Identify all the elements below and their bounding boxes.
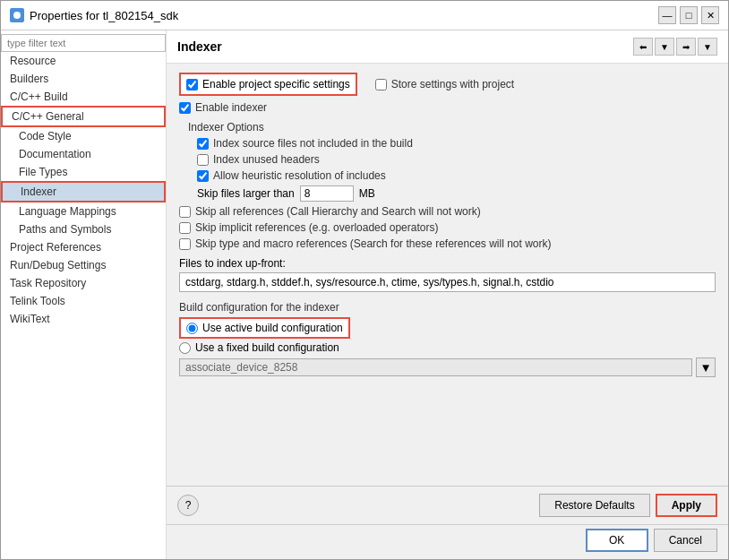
panel-body: Enable project specific settings Store s…: [167, 64, 728, 486]
sidebar-item-paths-symbols[interactable]: Paths and Symbols: [1, 220, 166, 238]
radio-fixed-build-label: Use a fixed build configuration: [195, 341, 339, 354]
help-button[interactable]: ?: [177, 495, 199, 516]
build-config-section: Build configuration for the indexer Use …: [179, 301, 716, 377]
skip-files-label: Skip files larger than: [197, 187, 295, 200]
enable-indexer-checkbox[interactable]: [179, 102, 191, 114]
enable-indexer-row: Enable indexer: [179, 101, 716, 114]
sidebar-item-file-types[interactable]: File Types: [1, 163, 166, 181]
option-index-source-row: Index source files not included in the b…: [197, 137, 716, 150]
ok-button[interactable]: OK: [586, 529, 648, 552]
window-icon: [10, 8, 24, 22]
sidebar-item-code-style[interactable]: Code Style: [1, 127, 166, 145]
sidebar-item-cpp-build[interactable]: C/C++ Build: [1, 88, 166, 106]
option-index-unused-label: Index unused headers: [213, 153, 320, 166]
enable-project-specific-label: Enable project specific settings: [202, 78, 350, 90]
store-settings-label: Store settings with project: [391, 78, 514, 90]
nav-dropdown-button[interactable]: ▼: [655, 38, 674, 56]
close-button[interactable]: ✕: [701, 6, 719, 24]
sidebar-item-run-debug[interactable]: Run/Debug Settings: [1, 256, 166, 274]
title-bar: Properties for tl_802154_sdk — □ ✕: [1, 1, 728, 30]
sidebar-item-indexer[interactable]: Indexer: [1, 181, 166, 202]
skip-all-refs-checkbox[interactable]: [179, 206, 191, 218]
build-config-label: Build configuration for the indexer: [179, 301, 716, 314]
indexer-options-label: Indexer Options: [188, 121, 716, 134]
right-panel: Indexer ⬅ ▼ ➡ ▼ Enable project specific …: [167, 30, 728, 559]
svg-point-0: [13, 12, 21, 19]
ok-cancel-row: OK Cancel: [167, 524, 728, 559]
skip-files-input[interactable]: [300, 185, 354, 202]
restore-defaults-button[interactable]: Restore Defaults: [539, 494, 649, 517]
fixed-build-dropdown-button[interactable]: ▼: [696, 358, 716, 377]
files-to-index-label: Files to index up-front:: [179, 257, 716, 270]
store-settings-checkbox[interactable]: [375, 79, 387, 90]
sidebar-item-wikitext[interactable]: WikiText: [1, 310, 166, 328]
footer-left: ?: [177, 495, 199, 516]
sidebar-item-resource[interactable]: Resource: [1, 52, 166, 70]
sidebar-item-project-references[interactable]: Project References: [1, 238, 166, 256]
top-settings-row: Enable project specific settings Store s…: [179, 73, 716, 96]
cancel-button[interactable]: Cancel: [654, 529, 717, 552]
sidebar: Resource Builders C/C++ Build C/C++ Gene…: [1, 30, 167, 559]
nav-forward-dropdown-button[interactable]: ▼: [698, 38, 717, 56]
option-index-source-label: Index source files not included in the b…: [213, 137, 413, 150]
skip-implicit-refs-checkbox[interactable]: [179, 222, 191, 234]
maximize-button[interactable]: □: [680, 6, 698, 24]
enable-project-specific-checkbox[interactable]: [186, 79, 198, 90]
option-index-unused-row: Index unused headers: [197, 153, 716, 166]
sidebar-item-documentation[interactable]: Documentation: [1, 145, 166, 163]
sidebar-item-cpp-general[interactable]: C/C++ General: [1, 106, 166, 127]
window-title: Properties for tl_802154_sdk: [30, 9, 178, 22]
filter-input[interactable]: [1, 34, 166, 52]
panel-title: Indexer: [177, 39, 222, 54]
sidebar-item-language-mappings[interactable]: Language Mappings: [1, 202, 166, 220]
option-index-unused-checkbox[interactable]: [197, 154, 209, 166]
sidebar-item-telink-tools[interactable]: Telink Tools: [1, 292, 166, 310]
enable-indexer-label: Enable indexer: [195, 101, 267, 114]
skip-implicit-refs-row: Skip implicit references (e.g. overloade…: [179, 221, 716, 234]
sidebar-item-task-repository[interactable]: Task Repository: [1, 274, 166, 292]
skip-all-refs-label: Skip all references (Call Hierarchy and …: [195, 205, 481, 218]
main-window: Properties for tl_802154_sdk — □ ✕ Resou…: [0, 0, 729, 560]
option-heuristic-row: Allow heuristic resolution of includes: [197, 169, 716, 182]
option-heuristic-checkbox[interactable]: [197, 170, 209, 182]
main-content: Resource Builders C/C++ Build C/C++ Gene…: [1, 30, 728, 559]
fixed-build-input-row: ▼: [179, 358, 716, 377]
skip-files-unit: MB: [359, 187, 375, 200]
skip-files-row: Skip files larger than MB: [197, 185, 716, 202]
nav-buttons: ⬅ ▼ ➡ ▼: [633, 38, 717, 56]
option-heuristic-label: Allow heuristic resolution of includes: [213, 169, 386, 182]
enable-project-specific-box: Enable project specific settings: [179, 73, 357, 96]
footer-right: Restore Defaults Apply: [539, 494, 717, 517]
skip-type-macro-refs-checkbox[interactable]: [179, 238, 191, 250]
radio-active-build-row: Use active build configuration: [179, 317, 716, 339]
panel-header: Indexer ⬅ ▼ ➡ ▼: [167, 30, 728, 64]
skip-all-refs-row: Skip all references (Call Hierarchy and …: [179, 205, 716, 218]
nav-back-button[interactable]: ⬅: [633, 38, 653, 56]
radio-fixed-build-row: Use a fixed build configuration: [179, 341, 716, 354]
nav-forward-button[interactable]: ➡: [676, 38, 696, 56]
radio-active-build[interactable]: [186, 323, 198, 334]
apply-button[interactable]: Apply: [656, 494, 717, 517]
skip-implicit-refs-label: Skip implicit references (e.g. overloade…: [195, 221, 438, 234]
files-to-index-input[interactable]: [179, 272, 716, 292]
sidebar-item-builders[interactable]: Builders: [1, 70, 166, 88]
title-bar-left: Properties for tl_802154_sdk: [10, 8, 178, 22]
radio-fixed-build[interactable]: [179, 342, 191, 354]
title-controls: — □ ✕: [658, 6, 719, 24]
minimize-button[interactable]: —: [658, 6, 676, 24]
radio-active-build-label: Use active build configuration: [202, 322, 343, 334]
skip-type-macro-refs-label: Skip type and macro references (Search f…: [195, 237, 552, 250]
store-settings-row: Store settings with project: [375, 78, 514, 90]
fixed-build-input[interactable]: [179, 358, 692, 376]
footer: ? Restore Defaults Apply: [167, 486, 728, 524]
skip-type-macro-refs-row: Skip type and macro references (Search f…: [179, 237, 716, 250]
option-index-source-checkbox[interactable]: [197, 138, 209, 150]
